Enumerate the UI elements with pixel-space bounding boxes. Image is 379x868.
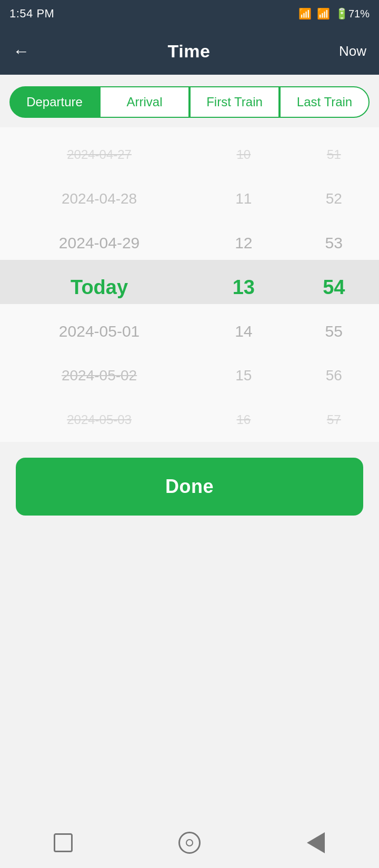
- list-item[interactable]: 52: [289, 177, 379, 221]
- list-item[interactable]: Today: [0, 265, 198, 309]
- list-item[interactable]: 2024-05-02: [0, 354, 198, 398]
- status-time: 1:54 PM: [9, 7, 54, 21]
- picker-area: 2024-04-27 2024-04-28 2024-04-29 Today 2…: [0, 127, 379, 442]
- list-item[interactable]: 10: [198, 133, 288, 177]
- minute-column[interactable]: 51 52 53 54 55 56 57: [289, 133, 379, 442]
- back-button[interactable]: ←: [13, 42, 39, 61]
- signal-icon: 📶: [298, 7, 312, 20]
- list-item[interactable]: 53: [289, 221, 379, 265]
- hour-column[interactable]: 10 11 12 13 14 15 16: [198, 133, 288, 442]
- page-title: Time: [168, 41, 211, 62]
- nav-recents-button[interactable]: [52, 831, 75, 854]
- list-item[interactable]: 2024-04-28: [0, 177, 198, 221]
- list-item[interactable]: 12: [198, 221, 288, 265]
- nav-back-button[interactable]: [304, 831, 327, 854]
- nav-bar: [0, 817, 379, 868]
- list-item[interactable]: 56: [289, 354, 379, 398]
- tab-arrival[interactable]: Arrival: [99, 86, 190, 118]
- now-button[interactable]: Now: [339, 43, 366, 59]
- tab-first-train[interactable]: First Train: [190, 86, 280, 118]
- home-icon-inner: [186, 839, 193, 846]
- status-bar: 1:54 PM 📶 📶 🔋71%: [0, 0, 379, 27]
- spacer: [0, 531, 379, 847]
- tab-departure[interactable]: Departure: [9, 86, 99, 118]
- status-icons: 📶 📶 🔋71%: [298, 7, 370, 20]
- wifi-icon: 📶: [317, 7, 330, 20]
- list-item[interactable]: 55: [289, 309, 379, 354]
- date-column[interactable]: 2024-04-27 2024-04-28 2024-04-29 Today 2…: [0, 133, 198, 442]
- list-item[interactable]: 15: [198, 354, 288, 398]
- tab-last-train[interactable]: Last Train: [280, 86, 370, 118]
- list-item[interactable]: 54: [289, 265, 379, 309]
- list-item[interactable]: 2024-05-01: [0, 309, 198, 354]
- list-item[interactable]: 16: [198, 398, 288, 442]
- back-icon: [307, 832, 325, 853]
- nav-home-button[interactable]: [178, 831, 201, 854]
- tab-bar: Departure Arrival First Train Last Train: [0, 75, 379, 127]
- home-icon: [178, 832, 201, 854]
- list-item[interactable]: 51: [289, 133, 379, 177]
- list-item[interactable]: 13: [198, 265, 288, 309]
- done-button-container: Done: [0, 442, 379, 531]
- list-item[interactable]: 2024-05-03: [0, 398, 198, 442]
- recents-icon: [54, 833, 73, 852]
- done-button[interactable]: Done: [16, 458, 363, 516]
- picker-columns[interactable]: 2024-04-27 2024-04-28 2024-04-29 Today 2…: [0, 133, 379, 442]
- list-item[interactable]: 11: [198, 177, 288, 221]
- header: ← Time Now: [0, 27, 379, 75]
- battery-icon: 🔋71%: [335, 7, 370, 20]
- list-item[interactable]: 2024-04-27: [0, 133, 198, 177]
- list-item[interactable]: 2024-04-29: [0, 221, 198, 265]
- list-item[interactable]: 14: [198, 309, 288, 354]
- list-item[interactable]: 57: [289, 398, 379, 442]
